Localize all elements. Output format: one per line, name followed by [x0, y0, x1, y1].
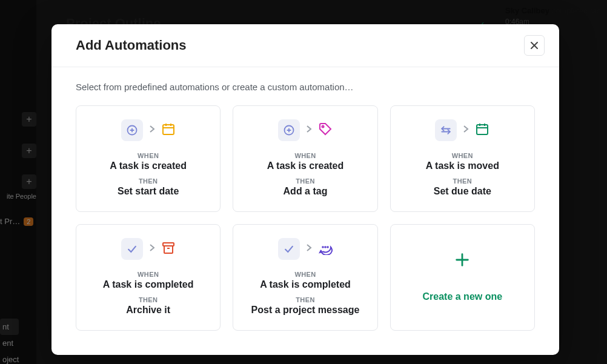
when-label: WHEN	[84, 152, 213, 159]
when-text: A task is completed	[240, 279, 370, 290]
chevron-right-icon	[306, 243, 312, 254]
modal-header: Add Automations	[51, 24, 559, 67]
then-text: Add a tag	[240, 186, 370, 197]
archive-icon	[161, 240, 176, 257]
calendar-icon	[161, 122, 176, 139]
card-icons	[240, 119, 370, 141]
tag-icon	[318, 122, 333, 139]
then-label: THEN	[398, 177, 527, 185]
chevron-right-icon	[306, 125, 312, 136]
automation-card-created-start-date[interactable]: WHEN A task is created THEN Set start da…	[76, 105, 221, 212]
svg-point-20	[325, 247, 326, 248]
then-text: Set due date	[398, 186, 527, 197]
when-text: A task is created	[84, 160, 213, 171]
then-label: THEN	[240, 296, 370, 303]
create-automation-card[interactable]: Create a new one	[390, 224, 535, 331]
when-label: WHEN	[240, 152, 370, 159]
card-icons	[84, 119, 213, 141]
modal-title: Add Automations	[76, 38, 187, 53]
card-icons	[240, 238, 370, 260]
create-label: Create a new one	[423, 291, 503, 302]
close-icon	[530, 41, 539, 50]
then-label: THEN	[84, 296, 213, 303]
then-label: THEN	[240, 177, 370, 185]
then-text: Archive it	[84, 305, 213, 316]
then-text: Post a project message	[240, 305, 370, 316]
card-icons	[398, 119, 527, 141]
automation-cards: WHEN A task is created THEN Set start da…	[51, 92, 559, 355]
close-button[interactable]	[524, 35, 545, 56]
card-icons	[84, 238, 213, 260]
svg-point-19	[322, 247, 323, 248]
chevron-right-icon	[463, 125, 469, 136]
check-icon	[121, 238, 143, 260]
chevron-right-icon	[149, 243, 155, 254]
add-automations-modal: Add Automations Select from predefined a…	[51, 24, 559, 355]
when-label: WHEN	[84, 271, 213, 278]
chevron-right-icon	[149, 125, 155, 136]
svg-rect-13	[477, 125, 488, 134]
plus-circle-icon	[278, 119, 300, 141]
automation-card-completed-post-message[interactable]: WHEN A task is completed THEN Post a pro…	[233, 224, 377, 331]
chat-bubble-icon	[318, 240, 333, 257]
svg-point-12	[322, 126, 323, 128]
when-text: A task is created	[240, 160, 370, 171]
when-text: A task is moved	[398, 160, 527, 171]
check-icon	[278, 238, 300, 260]
when-label: WHEN	[240, 271, 370, 278]
svg-rect-17	[163, 243, 174, 246]
svg-rect-5	[163, 125, 174, 134]
plus-icon	[454, 251, 471, 271]
when-text: A task is completed	[84, 279, 213, 290]
then-text: Set start date	[84, 186, 213, 197]
when-label: WHEN	[398, 152, 527, 159]
modal-subtitle: Select from predefined automations or cr…	[51, 67, 559, 92]
plus-circle-icon	[121, 119, 143, 141]
automation-card-moved-due-date[interactable]: WHEN A task is moved THEN Set due date	[390, 105, 535, 212]
calendar-icon	[475, 122, 489, 139]
then-label: THEN	[84, 177, 213, 185]
svg-point-21	[327, 247, 328, 248]
swap-arrows-icon	[435, 119, 457, 141]
automation-card-completed-archive[interactable]: WHEN A task is completed THEN Archive it	[76, 224, 221, 331]
automation-card-created-add-tag[interactable]: WHEN A task is created THEN Add a tag	[233, 105, 377, 212]
